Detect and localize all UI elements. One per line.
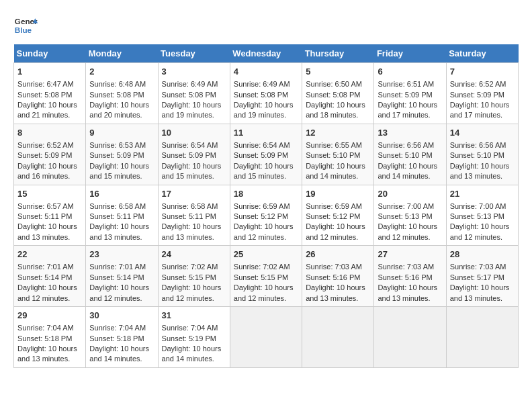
cell-line: Sunset: 5:14 PM: [89, 273, 154, 283]
cell-line: Sunrise: 6:52 AM: [450, 79, 515, 89]
cell-line: Sunrise: 6:57 AM: [17, 201, 82, 212]
cell-line: Sunset: 5:08 PM: [162, 90, 226, 100]
cell-line: Sunrise: 6:56 AM: [450, 140, 515, 150]
cell-line: Daylight: 10 hours: [17, 100, 82, 110]
calendar-body: 1Sunrise: 6:47 AMSunset: 5:08 PMDaylight…: [14, 63, 519, 368]
cell-line: Sunset: 5:18 PM: [17, 334, 82, 344]
day-number: 2: [89, 66, 154, 78]
cell-line: Sunset: 5:09 PM: [17, 150, 82, 161]
cell-line: and 13 minutes.: [378, 293, 442, 304]
cell-line: and 13 minutes.: [306, 293, 370, 304]
calendar-cell: 20Sunrise: 7:00 AMSunset: 5:13 PMDayligh…: [374, 185, 446, 246]
calendar-header-row: SundayMondayTuesdayWednesdayThursdayFrid…: [14, 44, 519, 63]
cell-line: Sunset: 5:08 PM: [89, 90, 154, 100]
cell-line: Sunrise: 6:58 AM: [89, 201, 154, 212]
calendar-cell: [230, 307, 302, 368]
calendar-cell: 27Sunrise: 7:03 AMSunset: 5:16 PMDayligh…: [374, 246, 446, 307]
calendar-cell: 13Sunrise: 6:56 AMSunset: 5:10 PMDayligh…: [374, 124, 446, 185]
calendar-cell: 25Sunrise: 7:02 AMSunset: 5:15 PMDayligh…: [230, 246, 302, 307]
day-number: 1: [17, 66, 82, 78]
day-number: 9: [89, 127, 154, 139]
calendar-cell: 23Sunrise: 7:01 AMSunset: 5:14 PMDayligh…: [86, 246, 158, 307]
cell-line: Sunrise: 7:04 AM: [162, 323, 226, 333]
cell-line: Sunset: 5:13 PM: [378, 212, 442, 222]
day-number: 16: [89, 188, 154, 200]
cell-line: Sunrise: 6:58 AM: [162, 201, 226, 212]
day-number: 26: [306, 248, 370, 261]
cell-line: and 12 minutes.: [17, 293, 82, 304]
cell-line: Sunrise: 6:47 AM: [17, 79, 82, 89]
cell-line: Daylight: 10 hours: [234, 161, 298, 171]
cell-line: Sunrise: 6:52 AM: [17, 140, 82, 150]
day-number: 31: [162, 310, 226, 322]
cell-line: and 19 minutes.: [162, 110, 226, 120]
cell-line: Sunset: 5:15 PM: [162, 273, 226, 283]
cell-line: Sunset: 5:11 PM: [89, 212, 154, 222]
calendar-cell: 6Sunrise: 6:51 AMSunset: 5:09 PMDaylight…: [374, 63, 446, 124]
calendar-week-3: 15Sunrise: 6:57 AMSunset: 5:11 PMDayligh…: [14, 185, 519, 246]
cell-line: and 17 minutes.: [450, 110, 515, 120]
cell-line: Sunrise: 6:56 AM: [378, 140, 442, 150]
calendar-cell: 17Sunrise: 6:58 AMSunset: 5:11 PMDayligh…: [158, 185, 230, 246]
cell-line: and 13 minutes.: [17, 232, 82, 242]
cell-line: Daylight: 10 hours: [378, 100, 442, 110]
cell-line: and 13 minutes.: [450, 293, 515, 304]
calendar-week-2: 8Sunrise: 6:52 AMSunset: 5:09 PMDaylight…: [14, 124, 519, 185]
cell-line: Sunrise: 6:53 AM: [89, 140, 154, 150]
calendar-table: SundayMondayTuesdayWednesdayThursdayFrid…: [13, 44, 519, 368]
cell-line: Daylight: 10 hours: [89, 344, 154, 354]
cell-line: Sunset: 5:09 PM: [450, 90, 515, 100]
cell-line: Sunset: 5:09 PM: [234, 150, 298, 161]
day-header-monday: Monday: [86, 44, 158, 63]
day-number: 25: [234, 248, 298, 261]
day-number: 28: [450, 248, 515, 261]
day-number: 5: [306, 66, 370, 78]
cell-line: Sunset: 5:19 PM: [162, 334, 226, 344]
cell-line: and 14 minutes.: [306, 171, 370, 181]
cell-line: Daylight: 10 hours: [450, 283, 515, 293]
cell-line: Sunrise: 7:01 AM: [17, 262, 82, 272]
day-number: 6: [378, 66, 442, 78]
cell-line: and 12 minutes.: [89, 293, 154, 304]
cell-line: and 15 minutes.: [89, 171, 154, 181]
calendar-cell: 24Sunrise: 7:02 AMSunset: 5:15 PMDayligh…: [158, 246, 230, 307]
day-number: 27: [378, 248, 442, 261]
day-header-friday: Friday: [374, 44, 446, 63]
day-number: 8: [17, 127, 82, 139]
calendar-cell: [302, 307, 374, 368]
cell-line: and 12 minutes.: [234, 293, 298, 304]
day-header-sunday: Sunday: [14, 44, 86, 63]
day-number: 23: [89, 248, 154, 261]
calendar-cell: 10Sunrise: 6:54 AMSunset: 5:09 PMDayligh…: [158, 124, 230, 185]
calendar-cell: 12Sunrise: 6:55 AMSunset: 5:10 PMDayligh…: [302, 124, 374, 185]
cell-line: Daylight: 10 hours: [17, 344, 82, 354]
cell-line: Sunrise: 7:01 AM: [89, 262, 154, 272]
cell-line: and 12 minutes.: [378, 232, 442, 242]
cell-line: Sunrise: 6:54 AM: [234, 140, 298, 150]
cell-line: Sunset: 5:11 PM: [17, 212, 82, 222]
cell-line: Daylight: 10 hours: [450, 161, 515, 171]
cell-line: Daylight: 10 hours: [450, 222, 515, 232]
cell-line: Sunrise: 7:00 AM: [450, 201, 515, 212]
cell-line: Sunrise: 7:00 AM: [378, 201, 442, 212]
day-number: 20: [378, 188, 442, 200]
calendar-cell: 14Sunrise: 6:56 AMSunset: 5:10 PMDayligh…: [446, 124, 518, 185]
cell-line: Sunset: 5:09 PM: [89, 150, 154, 161]
day-number: 14: [450, 127, 515, 139]
header: General Blue: [13, 13, 519, 38]
cell-line: Daylight: 10 hours: [162, 161, 226, 171]
calendar-cell: 30Sunrise: 7:04 AMSunset: 5:18 PMDayligh…: [86, 307, 158, 368]
cell-line: Sunset: 5:09 PM: [162, 150, 226, 161]
cell-line: and 14 minutes.: [378, 171, 442, 181]
calendar-cell: 28Sunrise: 7:03 AMSunset: 5:17 PMDayligh…: [446, 246, 518, 307]
cell-line: Sunrise: 7:04 AM: [89, 323, 154, 333]
calendar-cell: 21Sunrise: 7:00 AMSunset: 5:13 PMDayligh…: [446, 185, 518, 246]
cell-line: Sunrise: 6:59 AM: [234, 201, 298, 212]
calendar-cell: 5Sunrise: 6:50 AMSunset: 5:08 PMDaylight…: [302, 63, 374, 124]
cell-line: Sunset: 5:09 PM: [378, 90, 442, 100]
day-number: 29: [17, 310, 82, 322]
day-number: 24: [162, 248, 226, 261]
cell-line: Daylight: 10 hours: [89, 222, 154, 232]
cell-line: Sunset: 5:12 PM: [234, 212, 298, 222]
cell-line: Sunrise: 7:03 AM: [378, 262, 442, 272]
